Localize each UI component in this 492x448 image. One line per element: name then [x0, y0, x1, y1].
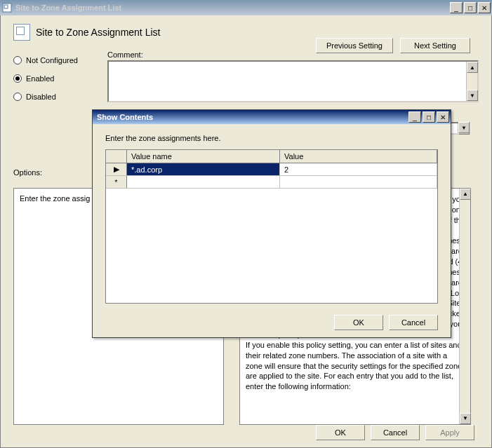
page-title: Site to Zone Assignment List	[36, 27, 160, 38]
column-header-name[interactable]: Value name	[127, 150, 280, 163]
scrollbar[interactable]: ▲ ▼	[459, 189, 470, 424]
grid-row[interactable]: ▶ *.ad.corp 2	[106, 163, 437, 176]
grid-new-row[interactable]: *	[106, 176, 437, 189]
column-header-value[interactable]: Value	[280, 150, 437, 163]
minimize-button[interactable]: _	[450, 2, 463, 13]
state-radios: Not Configured Enabled Disabled	[13, 50, 98, 111]
apply-button[interactable]: Apply	[425, 425, 474, 440]
dialog-titlebar[interactable]: Show Contents _ □ ✕	[93, 110, 451, 124]
maximize-button[interactable]: □	[423, 111, 435, 123]
radio-icon	[13, 56, 22, 65]
footer-buttons: OK Cancel Apply	[316, 425, 474, 440]
cell-value[interactable]: 2	[280, 163, 437, 175]
scrollbar[interactable]: ▲ ▼	[458, 123, 469, 133]
help-paragraph: If you enable this policy setting, you c…	[246, 340, 465, 392]
dialog-instruction: Enter the zone assignments here.	[105, 134, 438, 142]
scroll-down-icon[interactable]: ▼	[460, 413, 471, 424]
scroll-up-icon[interactable]: ▲	[460, 189, 471, 200]
scrollbar[interactable]: ▲ ▼	[466, 62, 477, 101]
app-icon	[1, 2, 13, 13]
radio-disabled[interactable]: Disabled	[13, 93, 98, 101]
show-contents-dialog: Show Contents _ □ ✕ Enter the zone assig…	[92, 109, 451, 338]
grid-header: Value name Value	[106, 150, 437, 163]
window-title: Site to Zone Assignment List	[15, 4, 450, 12]
radio-label: Enabled	[26, 74, 54, 83]
main-titlebar[interactable]: Site to Zone Assignment List _ □ ✕	[0, 0, 492, 15]
ok-button[interactable]: OK	[316, 425, 365, 440]
radio-icon	[13, 93, 22, 101]
comment-textarea[interactable]: ▲ ▼	[107, 60, 479, 102]
grid-corner	[106, 150, 127, 163]
close-button[interactable]: ✕	[437, 111, 449, 123]
close-button[interactable]: ✕	[478, 2, 491, 13]
cell-value[interactable]	[280, 176, 437, 188]
dialog-title: Show Contents	[94, 113, 408, 121]
row-indicator-icon: ▶	[106, 163, 127, 175]
cancel-button[interactable]: Cancel	[371, 425, 420, 440]
minimize-button[interactable]: _	[408, 111, 421, 123]
radio-label: Not Configured	[26, 56, 78, 65]
scroll-up-icon[interactable]: ▲	[467, 62, 478, 73]
next-setting-button[interactable]: Next Setting	[400, 38, 470, 53]
dialog-ok-button[interactable]: OK	[334, 315, 383, 330]
radio-icon	[13, 74, 22, 83]
policy-icon	[13, 24, 30, 41]
options-text: Enter the zone assig	[20, 194, 90, 203]
radio-label: Disabled	[26, 93, 56, 101]
maximize-button[interactable]: □	[464, 2, 477, 13]
dialog-cancel-button[interactable]: Cancel	[389, 315, 438, 330]
zone-grid[interactable]: Value name Value ▶ *.ad.corp 2 *	[105, 149, 438, 304]
options-label: Options:	[13, 168, 42, 177]
previous-setting-button[interactable]: Previous Setting	[316, 38, 393, 53]
scroll-down-icon[interactable]: ▼	[467, 90, 478, 101]
window-body: Site to Zone Assignment List Previous Se…	[0, 15, 492, 448]
new-row-icon: *	[106, 176, 127, 188]
radio-not-configured[interactable]: Not Configured	[13, 56, 98, 65]
cell-value-name[interactable]: *.ad.corp	[127, 163, 280, 175]
cell-value-name[interactable]	[127, 176, 280, 188]
radio-enabled[interactable]: Enabled	[13, 74, 98, 83]
scroll-down-icon[interactable]: ▼	[458, 122, 470, 133]
